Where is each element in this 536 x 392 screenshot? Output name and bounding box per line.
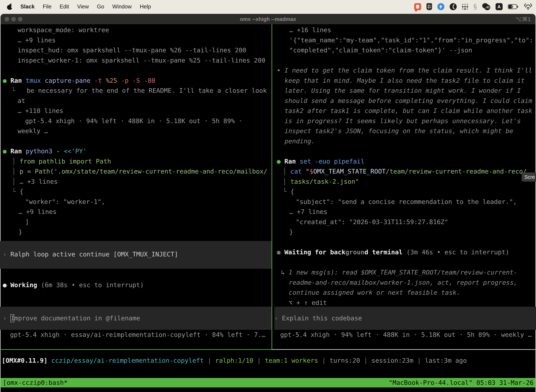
text-segment: [OMX#0.11.9] (2, 357, 51, 364)
tooltip-label: Scre (524, 174, 535, 180)
tmux-host-clock: "MacBook-Pro-44.local" 05:03 31-Mar-26 (389, 378, 534, 387)
screen: Slack File Edit View Go Window Help § (0, 0, 536, 392)
text-segment: ralph:1/10 (215, 357, 257, 364)
screen-tooltip: Scre (522, 173, 536, 182)
text-segment: turns:20 (330, 357, 364, 364)
terminal-content: workspace_mode: worktree… +9 linesinspec… (0, 0, 536, 392)
text-segment: last:3m ago (425, 357, 467, 364)
text-segment: | (207, 357, 215, 364)
text-segment: cczip/essay/ai-reimplementation-copyleft (51, 357, 208, 364)
omx-hud-pane: [OMX#0.11.9] cczip/essay/ai-reimplementa… (0, 0, 536, 378)
text-segment: | (364, 357, 371, 364)
tmux-session-label[interactable]: [omx-cczip0:bash* (3, 378, 67, 387)
tmux-status-bar: [omx-cczip0:bash* "MacBook-Pro-44.local"… (1, 378, 535, 387)
text-segment: | (257, 357, 265, 364)
text-segment: team:1 workers (265, 357, 322, 364)
text-segment: session:23m (371, 357, 417, 364)
text-segment: | (417, 357, 425, 364)
text-segment: | (322, 357, 330, 364)
omx-hud-line: [OMX#0.11.9] cczip/essay/ai-reimplementa… (0, 355, 536, 366)
omx-hud: [OMX#0.11.9] cczip/essay/ai-reimplementa… (0, 355, 536, 366)
